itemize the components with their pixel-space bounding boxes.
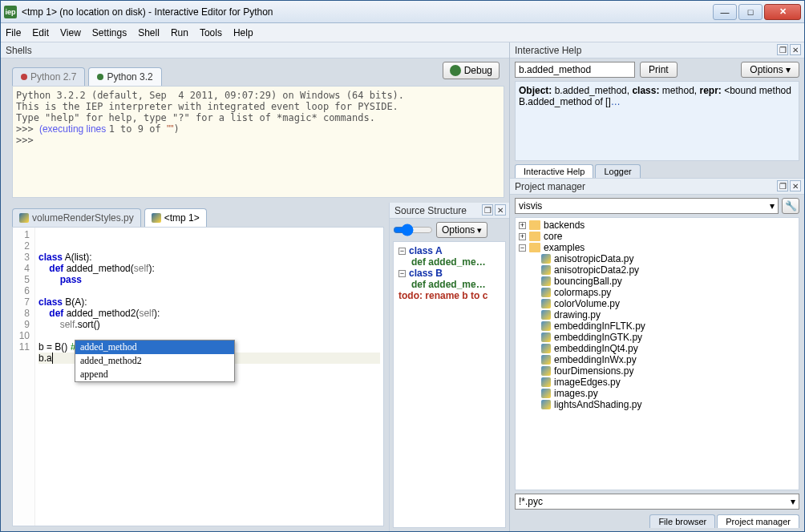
- structure-tree[interactable]: −class Adef added_me…−class Bdef added_m…: [393, 241, 506, 528]
- restore-icon[interactable]: ❐: [777, 180, 788, 191]
- menu-run[interactable]: Run: [171, 27, 188, 38]
- editor-tab-tmp[interactable]: <tmp 1>: [144, 208, 207, 227]
- tab-file-browser[interactable]: File browser: [649, 514, 715, 528]
- python-file-icon: [541, 355, 551, 365]
- tab-project-manager[interactable]: Project manager: [717, 514, 799, 528]
- file-row[interactable]: colorVolume.py: [517, 298, 797, 309]
- completion-item[interactable]: append: [75, 368, 234, 381]
- close-icon[interactable]: ✕: [790, 180, 801, 191]
- shell-tab-python27[interactable]: Python 2.7: [12, 67, 85, 86]
- minimize-button[interactable]: —: [713, 4, 737, 20]
- file-row[interactable]: embeddingInQt4.py: [517, 343, 797, 354]
- close-icon[interactable]: ✕: [495, 204, 506, 216]
- structure-item[interactable]: −class A: [397, 245, 502, 256]
- file-row[interactable]: imageEdges.py: [517, 377, 797, 388]
- wrench-icon: 🔧: [785, 200, 797, 212]
- shell-tab-python32[interactable]: Python 3.2: [88, 67, 161, 86]
- print-button[interactable]: Print: [640, 62, 678, 78]
- tab-logger[interactable]: Logger: [595, 164, 640, 178]
- folder-row[interactable]: +core: [517, 231, 797, 242]
- python-file-icon: [541, 377, 551, 387]
- python-file-icon: [19, 213, 29, 223]
- editor-tab-file[interactable]: volumeRenderStyles.py: [12, 208, 141, 227]
- console-output[interactable]: Python 3.2.2 (default, Sep 4 2011, 09:07…: [12, 86, 504, 198]
- help-more-link[interactable]: …: [611, 96, 621, 107]
- file-row[interactable]: drawing.py: [517, 309, 797, 320]
- folder-row[interactable]: +backends: [517, 220, 797, 231]
- completion-item[interactable]: added_method: [75, 341, 234, 354]
- python-file-icon: [541, 400, 551, 409]
- maximize-button[interactable]: □: [738, 4, 763, 20]
- python-file-icon: [541, 299, 551, 308]
- python-file-icon: [541, 288, 551, 297]
- structure-item[interactable]: def added_me…: [397, 279, 502, 290]
- structure-item[interactable]: todo: rename b to c: [397, 290, 502, 301]
- file-row[interactable]: anisotropicData.py: [517, 253, 797, 264]
- code-editor[interactable]: 1234567891011 class A(list): def added_m…: [12, 227, 384, 526]
- help-title: Interactive Help ❐✕: [510, 42, 804, 58]
- python-file-icon: [152, 213, 161, 223]
- python-file-icon: [541, 344, 551, 353]
- autocomplete-popup[interactable]: added_methodadded_method2append: [75, 340, 235, 382]
- restore-icon[interactable]: ❐: [777, 44, 788, 55]
- window-controls: — □ ✕: [711, 4, 801, 20]
- python-file-icon: [541, 276, 551, 286]
- shells-title: Shells: [1, 42, 509, 58]
- file-row[interactable]: colormaps.py: [517, 287, 797, 298]
- dropdown-icon: ▾: [791, 496, 795, 507]
- file-row[interactable]: lightsAndShading.py: [517, 399, 797, 410]
- help-options-button[interactable]: Options ▾: [741, 62, 799, 78]
- menu-edit[interactable]: Edit: [32, 27, 49, 38]
- file-filter-input[interactable]: !*.pyc▾: [515, 494, 799, 510]
- help-content: Object: b.added_method, class: method, r…: [515, 81, 799, 161]
- file-row[interactable]: embeddingInWx.py: [517, 354, 797, 365]
- file-row[interactable]: images.py: [517, 388, 797, 399]
- structure-slider[interactable]: [393, 224, 433, 236]
- file-row[interactable]: embeddingInFLTK.py: [517, 320, 797, 332]
- shell-tabs: Python 2.7 Python 3.2 Debug: [1, 58, 509, 86]
- python-file-icon: [541, 310, 551, 320]
- folder-icon: [529, 220, 540, 230]
- debug-button[interactable]: Debug: [443, 62, 500, 79]
- python-icon: [21, 74, 27, 80]
- titlebar: iep <tmp 1> (no location on disk) - Inte…: [1, 1, 804, 23]
- dropdown-icon: ▾: [770, 200, 775, 212]
- restore-icon[interactable]: ❐: [482, 204, 493, 216]
- help-query-input[interactable]: [515, 62, 635, 78]
- menu-file[interactable]: File: [6, 27, 21, 38]
- python-file-icon: [541, 332, 551, 342]
- file-row[interactable]: fourDimensions.py: [517, 365, 797, 377]
- project-selector[interactable]: visvis▾: [515, 198, 779, 214]
- editor-tabs: volumeRenderStyles.py <tmp 1>: [1, 203, 389, 227]
- folder-row[interactable]: −examples: [517, 242, 797, 253]
- app-icon: iep: [4, 6, 17, 18]
- menu-view[interactable]: View: [60, 27, 81, 38]
- python-icon: [97, 74, 103, 80]
- code-area[interactable]: class A(list): def added_method(self): p…: [35, 228, 383, 526]
- menu-help[interactable]: Help: [233, 27, 253, 38]
- python-file-icon: [541, 265, 551, 275]
- file-tree[interactable]: +backends+core−examplesanisotropicData.p…: [515, 217, 799, 490]
- folder-icon: [529, 232, 540, 241]
- python-file-icon: [541, 254, 551, 264]
- close-button[interactable]: ✕: [764, 4, 801, 20]
- python-file-icon: [541, 389, 551, 398]
- menu-shell[interactable]: Shell: [138, 27, 160, 38]
- close-icon[interactable]: ✕: [790, 44, 801, 55]
- project-settings-button[interactable]: 🔧: [782, 198, 799, 214]
- line-gutter: 1234567891011: [13, 228, 35, 526]
- structure-item[interactable]: def added_me…: [397, 256, 502, 268]
- folder-icon: [529, 243, 540, 252]
- completion-item[interactable]: added_method2: [75, 354, 234, 368]
- menu-tools[interactable]: Tools: [200, 27, 222, 38]
- structure-options-button[interactable]: Options ▾: [436, 222, 487, 238]
- project-manager-title: Project manager ❐✕: [510, 179, 804, 195]
- menu-settings[interactable]: Settings: [92, 27, 127, 38]
- structure-item[interactable]: −class B: [397, 268, 502, 279]
- file-row[interactable]: anisotropicData2.py: [517, 264, 797, 276]
- file-row[interactable]: bouncingBall.py: [517, 276, 797, 287]
- python-file-icon: [541, 366, 551, 376]
- bug-icon: [450, 65, 461, 76]
- file-row[interactable]: embeddingInGTK.py: [517, 332, 797, 343]
- tab-interactive-help[interactable]: Interactive Help: [515, 164, 593, 178]
